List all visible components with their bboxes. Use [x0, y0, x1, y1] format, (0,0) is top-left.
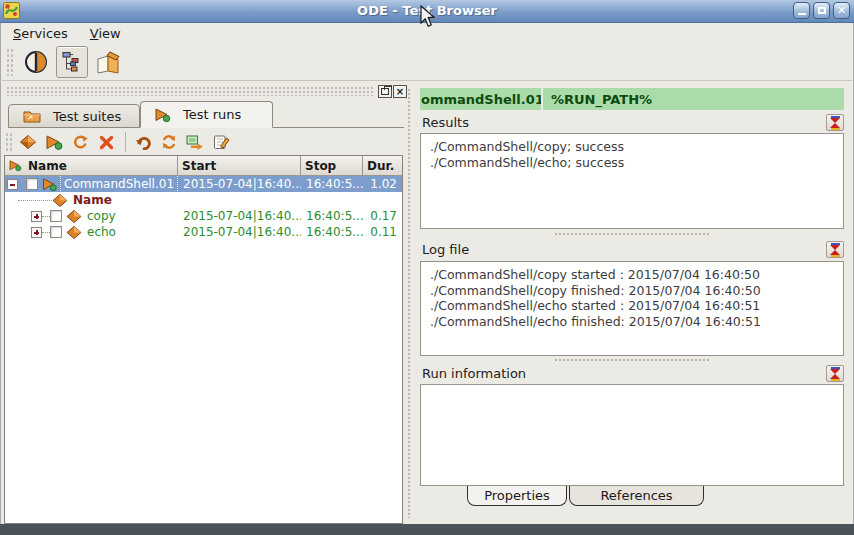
menubar: Services View [2, 23, 852, 44]
notebook-button[interactable] [92, 46, 124, 78]
cell-dur: 0.17 [363, 208, 402, 224]
results-collapse-button[interactable] [826, 114, 844, 131]
window-title: ODE - Test Browser [0, 3, 854, 18]
cell-start: 2015-07-04|16:40... [178, 176, 301, 192]
services-icon [24, 50, 48, 74]
dock-float-button[interactable] [378, 85, 392, 98]
section-splitter[interactable] [554, 357, 710, 363]
table-row-commandshell[interactable]: CommandShell.01 2015-07-04|16:40... 16:4… [5, 176, 402, 192]
run-test-button[interactable] [42, 131, 66, 153]
notebook-edit-icon [95, 50, 121, 74]
tree-line [18, 184, 24, 185]
results-textarea[interactable]: ./CommandShell/copy; success ./CommandSh… [420, 133, 844, 229]
log-label: Log file [422, 242, 469, 257]
column-label: Start [182, 159, 216, 173]
maximize-icon [818, 7, 826, 14]
refresh-icon [161, 134, 177, 150]
edit-button[interactable] [209, 131, 233, 153]
tab-label: Test runs [183, 107, 241, 122]
tab-test-suites[interactable]: Test suites [8, 104, 140, 128]
log-line: ./CommandShell/echo finished: 2015/07/04… [430, 314, 761, 329]
tree-line [18, 200, 52, 201]
log-collapse-button[interactable] [826, 241, 844, 258]
cell-dur [363, 192, 402, 208]
table-row-copy[interactable]: copy 2015-07-04|16:40... 16:40:5... 0.17 [5, 208, 402, 224]
toolbar-drag-handle[interactable] [6, 48, 15, 76]
test-browser-icon [60, 50, 84, 74]
menu-view[interactable]: View [90, 26, 121, 41]
edit-icon [213, 134, 230, 150]
collapse-expander[interactable] [7, 179, 18, 190]
delete-icon [99, 135, 114, 150]
test-run-tree[interactable]: Name Start Stop Dur. [4, 155, 403, 524]
test-browser-button[interactable] [56, 46, 88, 78]
test-dock-panel: × Test suites [2, 82, 404, 524]
tab-references[interactable]: References [569, 486, 704, 506]
test-diamond-icon [52, 194, 68, 207]
tab-properties[interactable]: Properties [467, 486, 567, 506]
cell-dur: 1.02 [363, 176, 402, 192]
close-icon: × [396, 87, 404, 97]
column-header-stop[interactable]: Stop [301, 156, 363, 176]
table-row-echo[interactable]: echo 2015-07-04|16:40... 16:40:5... 0.11 [5, 224, 402, 240]
menu-services[interactable]: Services [13, 26, 68, 41]
tab-test-runs[interactable]: Test runs [140, 101, 273, 128]
rerun-button[interactable] [68, 131, 92, 153]
details-pane: ommandShell.01 %RUN_PATH% Results ./Comm… [414, 82, 852, 524]
log-textarea[interactable]: ./CommandShell/copy started : 2015/07/04… [420, 261, 844, 356]
column-header-name[interactable]: Name [5, 156, 178, 176]
collapse-section-icon [830, 243, 840, 257]
cell-start: 2015-07-04|16:40... [178, 208, 301, 224]
tab-label: Properties [484, 488, 550, 503]
refresh-button[interactable] [157, 131, 181, 153]
main-toolbar [2, 44, 852, 80]
test-diamond-button[interactable] [16, 131, 40, 153]
table-row-name[interactable]: Name [5, 192, 402, 208]
export-button[interactable] [183, 131, 207, 153]
rerun-icon [72, 134, 88, 150]
delete-button[interactable] [94, 131, 118, 153]
panel-splitter[interactable] [404, 82, 414, 524]
section-splitter[interactable] [554, 231, 710, 237]
toolbar-drag-handle[interactable] [5, 132, 12, 152]
run-test-icon [46, 135, 63, 150]
tab-label: Test suites [53, 109, 121, 124]
column-header-dur[interactable]: Dur. [363, 156, 402, 176]
row-checkbox[interactable] [50, 210, 62, 222]
run-info-collapse-button[interactable] [826, 365, 844, 382]
column-label: Stop [305, 159, 336, 173]
tree-header: Name Start Stop Dur. [5, 156, 402, 176]
test-diamond-icon [66, 226, 82, 239]
dock-drag-handle[interactable] [6, 86, 374, 96]
result-line: ./CommandShell/echo; success [430, 155, 624, 170]
expand-expander[interactable] [31, 227, 42, 238]
close-icon: ✕ [837, 5, 846, 16]
test-diamond-icon [66, 210, 82, 223]
cell-stop: 16:40:5... [301, 224, 363, 240]
test-run-icon [9, 160, 22, 171]
column-header-start[interactable]: Start [178, 156, 301, 176]
test-run-icon [42, 178, 58, 191]
run-info-textarea[interactable] [420, 384, 844, 486]
expand-expander[interactable] [31, 211, 42, 222]
run-information-label: Run information [422, 366, 526, 381]
column-label: Name [28, 159, 67, 173]
undo-button[interactable] [131, 131, 155, 153]
window-bottom-frame [0, 524, 854, 535]
row-label: copy [84, 208, 119, 224]
test-runs-toolbar [4, 129, 235, 155]
collapse-section-icon [830, 367, 840, 381]
minimize-button[interactable] [793, 2, 810, 19]
run-path: %RUN_PATH% [543, 88, 844, 110]
log-line: ./CommandShell/echo started : 2015/07/04… [430, 298, 760, 313]
close-button[interactable]: ✕ [833, 2, 850, 19]
maximize-button[interactable] [813, 2, 830, 19]
titlebar[interactable]: ODE - Test Browser ✕ [0, 0, 854, 23]
app-window: ODE - Test Browser ✕ Services View [0, 0, 854, 535]
row-checkbox[interactable] [50, 226, 62, 238]
cell-start: 2015-07-04|16:40... [178, 224, 301, 240]
services-button[interactable] [20, 46, 52, 78]
row-checkbox[interactable] [26, 178, 38, 190]
log-line: ./CommandShell/copy finished: 2015/07/04… [430, 283, 761, 298]
collapse-section-icon [830, 116, 840, 130]
